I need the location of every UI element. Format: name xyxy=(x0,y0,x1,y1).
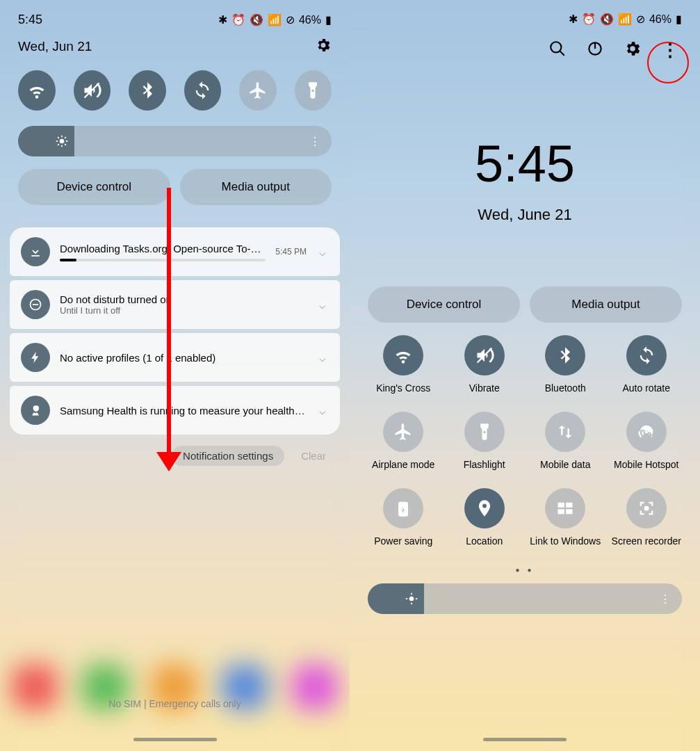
health-icon xyxy=(21,396,50,425)
notification-title: No active profiles (1 of 1 enabled) xyxy=(60,352,307,364)
settings-gear-icon[interactable] xyxy=(624,40,642,58)
toggle-label-mobile-data: Mobile data xyxy=(540,459,590,481)
brightness-more-icon[interactable]: ⋮ xyxy=(660,592,682,606)
svg-line-13 xyxy=(560,51,564,56)
battery-text: 46% xyxy=(649,13,671,26)
download-progress xyxy=(60,259,266,261)
toggle-label-flashlight: Flashlight xyxy=(464,459,505,481)
svg-point-12 xyxy=(551,42,561,52)
toggle-flashlight[interactable] xyxy=(295,70,332,111)
notification-settings-button[interactable]: Notification settings xyxy=(172,446,284,466)
toggle-location[interactable] xyxy=(464,488,505,528)
svg-point-17 xyxy=(409,597,414,601)
big-date: Wed, June 21 xyxy=(350,206,700,224)
toggle-label-bluetooth: Bluetooth xyxy=(545,382,586,405)
battery-text: 46% xyxy=(299,14,321,26)
chevron-down-icon[interactable]: ⌵ xyxy=(316,245,329,259)
download-icon xyxy=(21,237,50,266)
left-panel: 5:45 ✱ ⏰ 🔇 📶 ⊘ 46% ▮ Wed, Jun 21 ⋮ Devic… xyxy=(0,0,350,751)
toggle-wifi[interactable] xyxy=(18,70,56,111)
toggle-label-airplane: Airplane mode xyxy=(372,459,434,481)
right-panel: ✱ ⏰ 🔇 📶 ⊘ 46% ▮ ⋮ 5:45 Wed, June 21 Devi… xyxy=(350,0,700,751)
svg-line-7 xyxy=(65,144,66,145)
toggle-label-power-saving: Power saving xyxy=(374,535,432,558)
toggle-wifi[interactable] xyxy=(383,335,423,376)
brightness-slider[interactable]: ⋮ xyxy=(368,583,682,614)
toggle-mute[interactable] xyxy=(74,70,111,111)
brightness-icon xyxy=(55,134,69,148)
toggle-label-screen-recorder: Screen recorder xyxy=(612,535,681,558)
notification-title: Samsung Health is running to measure you… xyxy=(60,405,307,417)
svg-point-1 xyxy=(60,139,65,144)
nav-handle[interactable] xyxy=(483,738,567,741)
notification-title: Downloading Tasks.org: Open-source To-Do… xyxy=(60,243,266,255)
toggle-screen-recorder[interactable] xyxy=(626,488,667,528)
footer-text: No SIM | Emergency calls only xyxy=(0,698,350,709)
toggle-link-windows[interactable] xyxy=(545,488,585,528)
bluetooth-icon: ✱ xyxy=(218,13,227,26)
status-icons: ✱ ⏰ 🔇 📶 ⊘ 46% ▮ xyxy=(218,13,332,26)
search-icon[interactable] xyxy=(548,40,567,58)
svg-line-6 xyxy=(58,137,59,138)
wifi-icon: 📶 xyxy=(618,13,632,26)
toggle-bluetooth[interactable] xyxy=(129,70,166,111)
battery-icon: ▮ xyxy=(676,13,682,26)
toggle-label-auto-rotate: Auto rotate xyxy=(623,382,671,405)
bolt-icon xyxy=(21,343,50,372)
block-icon: ⊘ xyxy=(636,13,645,26)
battery-icon: ▮ xyxy=(325,13,332,26)
toggle-airplane[interactable] xyxy=(239,70,277,111)
toggle-label-link-windows: Link to Windows xyxy=(530,535,601,558)
status-time: 5:45 xyxy=(18,13,42,27)
toggle-flashlight[interactable] xyxy=(464,412,505,452)
toggle-mute[interactable] xyxy=(464,335,505,376)
toggle-mobile-data[interactable] xyxy=(545,412,585,452)
brightness-icon xyxy=(405,592,418,606)
wifi-icon: 📶 xyxy=(268,13,282,26)
svg-line-8 xyxy=(58,144,59,145)
dnd-icon xyxy=(21,290,50,319)
chevron-down-icon[interactable]: ⌵ xyxy=(316,298,329,312)
alarm-icon: ⏰ xyxy=(582,13,596,26)
status-bar: ✱ ⏰ 🔇 📶 ⊘ 46% ▮ xyxy=(350,0,700,26)
toggle-auto-rotate[interactable] xyxy=(626,335,667,376)
toggle-bluetooth[interactable] xyxy=(545,335,585,376)
brightness-slider[interactable]: ⋮ xyxy=(18,126,332,156)
chevron-down-icon[interactable]: ⌵ xyxy=(316,404,329,417)
chevron-down-icon[interactable]: ⌵ xyxy=(316,351,329,364)
page-indicator: ● ● xyxy=(350,566,700,574)
nav-handle[interactable] xyxy=(133,738,217,741)
settings-gear-icon[interactable] xyxy=(315,37,332,56)
media-output-button[interactable]: Media output xyxy=(530,286,682,323)
notification-time: 5:45 PM xyxy=(275,247,307,257)
media-output-button[interactable]: Media output xyxy=(180,169,332,205)
notification-title: Do not disturb turned on xyxy=(60,293,307,305)
toggle-auto-rotate[interactable] xyxy=(184,70,222,111)
clear-button[interactable]: Clear xyxy=(301,446,326,466)
toggle-label-location: Location xyxy=(466,535,503,558)
annotation-arrow xyxy=(167,188,181,471)
big-time: 5:45 xyxy=(350,134,700,193)
notification-subtitle: Until I turn it off xyxy=(60,305,307,316)
toggle-airplane[interactable] xyxy=(383,412,423,452)
status-bar: 5:45 ✱ ⏰ 🔇 📶 ⊘ 46% ▮ xyxy=(0,0,350,27)
toggle-power-saving[interactable] xyxy=(383,488,423,528)
date-text[interactable]: Wed, Jun 21 xyxy=(18,39,92,54)
brightness-more-icon[interactable]: ⋮ xyxy=(309,135,332,148)
toggle-hotspot[interactable] xyxy=(626,412,667,452)
power-icon[interactable] xyxy=(586,40,604,58)
annotation-circle xyxy=(647,42,689,83)
device-control-button[interactable]: Device control xyxy=(368,286,520,323)
mute-icon: 🔇 xyxy=(600,13,614,26)
bluetooth-icon: ✱ xyxy=(569,13,578,26)
status-icons: ✱ ⏰ 🔇 📶 ⊘ 46% ▮ xyxy=(569,13,682,26)
svg-line-9 xyxy=(65,137,66,138)
mute-icon: 🔇 xyxy=(250,13,263,26)
alarm-icon: ⏰ xyxy=(231,13,245,26)
block-icon: ⊘ xyxy=(286,13,295,26)
toggle-label-wifi: King's Cross xyxy=(376,382,430,405)
device-control-button[interactable]: Device control xyxy=(18,169,170,205)
toggle-label-mute: Vibrate xyxy=(469,382,500,405)
toggle-label-hotspot: Mobile Hotspot xyxy=(614,459,678,481)
